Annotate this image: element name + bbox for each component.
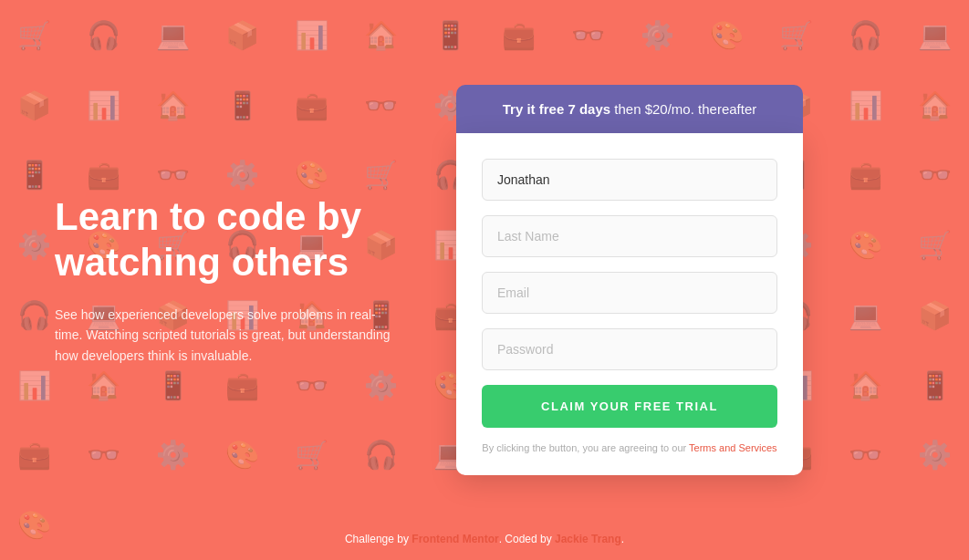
first-name-field xyxy=(482,159,777,201)
last-name-input[interactable] xyxy=(482,215,777,257)
password-field xyxy=(482,328,777,370)
page-container: Learn to code by watching others See how… xyxy=(0,0,969,560)
trial-banner-rest: then $20/mo. thereafter xyxy=(610,101,756,117)
email-field xyxy=(482,272,777,314)
terms-text: By clicking the button, you are agreeing… xyxy=(482,442,777,453)
left-content: Learn to code by watching others See how… xyxy=(55,194,401,366)
hero-description: See how experienced developers solve pro… xyxy=(55,305,401,366)
jackie-trang-link[interactable]: Jackie Trang xyxy=(555,533,621,545)
trial-banner-bold: Try it free 7 days xyxy=(503,101,610,117)
password-input[interactable] xyxy=(482,328,777,370)
claim-trial-button[interactable]: CLAIM YOUR FREE TRIAL xyxy=(482,385,777,428)
trial-banner: Try it free 7 days then $20/mo. thereaft… xyxy=(456,85,803,133)
email-input[interactable] xyxy=(482,272,777,314)
main-heading: Learn to code by watching others xyxy=(55,194,401,286)
footer: Challenge by Frontend Mentor. Coded by J… xyxy=(0,533,969,545)
first-name-input[interactable] xyxy=(482,159,777,201)
terms-link[interactable]: Terms and Services xyxy=(689,442,777,453)
frontend-mentor-link[interactable]: Frontend Mentor xyxy=(412,533,498,545)
form-container: Try it free 7 days then $20/mo. thereaft… xyxy=(456,85,803,475)
form-card: CLAIM YOUR FREE TRIAL By clicking the bu… xyxy=(456,133,803,475)
last-name-field xyxy=(482,215,777,257)
